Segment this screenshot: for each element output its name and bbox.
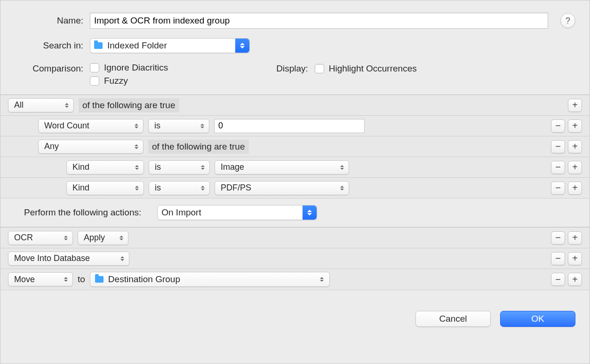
- destination-value: Destination Group: [108, 274, 180, 285]
- updown-icon: [133, 119, 140, 133]
- folder-icon: [94, 42, 103, 49]
- search-in-value: Indexed Folder: [107, 40, 167, 51]
- root-match-select[interactable]: All: [8, 98, 74, 112]
- updown-icon: [62, 273, 70, 286]
- action-row: OCR Apply − +: [0, 228, 590, 248]
- highlight-label: Highlight Occurrences: [329, 63, 417, 74]
- ignore-diacritics-label: Ignore Diacritics: [104, 63, 168, 73]
- remove-rule-button[interactable]: −: [551, 140, 565, 153]
- folder-icon: [95, 276, 104, 283]
- add-rule-button[interactable]: +: [568, 182, 582, 195]
- operator-select[interactable]: is: [148, 119, 209, 133]
- updown-icon: [303, 206, 317, 220]
- root-match-suffix: of the following are true: [79, 98, 179, 112]
- comparison-label: Comparison:: [15, 63, 90, 74]
- remove-action-button[interactable]: −: [551, 252, 565, 265]
- updown-icon: [118, 231, 125, 245]
- updown-icon: [199, 182, 207, 195]
- highlight-checkbox[interactable]: [315, 64, 324, 73]
- updown-icon: [199, 119, 206, 133]
- add-rule-button[interactable]: +: [568, 99, 582, 112]
- cancel-button[interactable]: Cancel: [415, 311, 491, 327]
- help-button[interactable]: ?: [560, 13, 575, 28]
- add-action-button[interactable]: +: [568, 231, 582, 245]
- updown-icon: [338, 161, 346, 174]
- ok-button[interactable]: OK: [500, 311, 575, 327]
- actions-trigger-value: On Import: [161, 207, 201, 218]
- field-select[interactable]: Kind: [66, 181, 144, 195]
- action-row: Move to Destination Group − +: [0, 269, 590, 290]
- search-in-popup[interactable]: Indexed Folder: [90, 38, 250, 53]
- nested-match-value: Any: [44, 142, 59, 151]
- operator-value: is: [154, 121, 160, 131]
- operator-select[interactable]: is: [149, 160, 210, 174]
- value-value: Image: [221, 162, 244, 172]
- rule-row: Word Count is − +: [0, 116, 590, 136]
- action-row: Move Into Database − +: [0, 248, 590, 269]
- fuzzy-label: Fuzzy: [104, 76, 128, 86]
- action-param-select[interactable]: Apply: [78, 231, 128, 245]
- operator-select[interactable]: is: [149, 181, 210, 195]
- action-param-value: Apply: [84, 233, 105, 243]
- action-type-value: OCR: [14, 233, 33, 243]
- remove-rule-button[interactable]: −: [551, 161, 565, 174]
- value-input[interactable]: [214, 119, 365, 133]
- search-in-label: Search in:: [15, 40, 90, 51]
- updown-icon: [63, 99, 71, 112]
- add-action-button[interactable]: +: [568, 273, 582, 286]
- updown-icon: [235, 39, 249, 53]
- remove-action-button[interactable]: −: [551, 273, 565, 286]
- add-rule-button[interactable]: +: [568, 119, 582, 133]
- updown-icon: [133, 140, 140, 153]
- rule-row: Kind is PDF/PS − +: [0, 178, 590, 198]
- root-match-value: All: [14, 100, 24, 110]
- action-type-select[interactable]: OCR: [8, 231, 73, 245]
- name-label: Name:: [15, 16, 90, 26]
- field-select[interactable]: Kind: [66, 160, 144, 174]
- name-input[interactable]: [90, 13, 548, 29]
- value-select[interactable]: PDF/PS: [215, 181, 349, 195]
- remove-rule-button[interactable]: −: [551, 182, 565, 195]
- field-select[interactable]: Word Count: [38, 119, 144, 133]
- action-type-select[interactable]: Move Into Database: [8, 252, 129, 266]
- field-value: Kind: [72, 162, 89, 172]
- action-type-select[interactable]: Move: [8, 272, 73, 286]
- updown-icon: [199, 161, 207, 174]
- action-type-value: Move: [14, 275, 35, 285]
- display-label: Display:: [276, 63, 308, 74]
- rule-row: Kind is Image − +: [0, 157, 590, 178]
- root-match-row: All of the following are true +: [0, 95, 590, 116]
- add-rule-button[interactable]: +: [568, 140, 582, 153]
- updown-icon: [133, 182, 141, 195]
- operator-value: is: [155, 162, 161, 172]
- field-value: Kind: [72, 183, 89, 193]
- value-value: PDF/PS: [221, 183, 251, 193]
- add-rule-button[interactable]: +: [568, 161, 582, 174]
- value-select[interactable]: Image: [215, 160, 349, 174]
- nested-match-select[interactable]: Any: [38, 140, 144, 154]
- updown-icon: [133, 161, 141, 174]
- operator-value: is: [155, 183, 161, 193]
- destination-popup[interactable]: Destination Group: [90, 272, 330, 287]
- action-type-value: Move Into Database: [14, 253, 90, 263]
- updown-icon: [119, 252, 126, 265]
- updown-icon: [338, 182, 346, 195]
- remove-action-button[interactable]: −: [551, 231, 565, 245]
- nested-match-row: Any of the following are true − +: [0, 136, 590, 157]
- actions-trigger-popup[interactable]: On Import: [157, 205, 317, 220]
- to-label: to: [78, 274, 85, 285]
- nested-match-suffix: of the following are true: [148, 140, 249, 154]
- perform-actions-label: Perform the following actions:: [24, 207, 141, 218]
- actions-header-row: Perform the following actions: On Import: [0, 198, 590, 227]
- updown-icon: [318, 272, 326, 286]
- fuzzy-checkbox[interactable]: [90, 76, 99, 86]
- remove-rule-button[interactable]: −: [551, 119, 565, 133]
- ignore-diacritics-checkbox[interactable]: [90, 63, 99, 72]
- field-value: Word Count: [44, 121, 89, 131]
- updown-icon: [62, 231, 70, 245]
- add-action-button[interactable]: +: [568, 252, 582, 265]
